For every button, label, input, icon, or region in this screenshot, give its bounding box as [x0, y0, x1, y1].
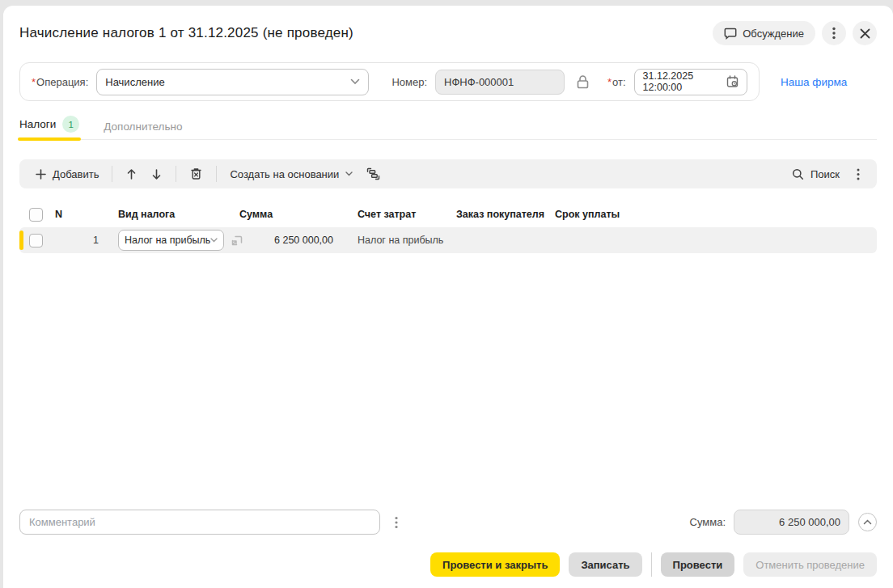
select-all-checkbox[interactable] — [29, 208, 43, 222]
chevron-up-icon — [863, 519, 872, 525]
chevron-down-icon — [210, 238, 218, 243]
tab-count-badge: 1 — [62, 116, 79, 133]
column-header-customer-order: Заказ покупателя — [451, 209, 550, 220]
discussion-button[interactable]: Обсуждение — [713, 21, 815, 45]
page-title: Начисление налогов 1 от 31.12.2025 (не п… — [19, 25, 353, 41]
number-label: Номер: — [391, 76, 427, 88]
kebab-icon — [857, 168, 860, 180]
operation-select[interactable]: Начисление — [96, 69, 369, 95]
more-menu-button[interactable] — [822, 21, 846, 45]
row-amount[interactable]: 6 250 000,00 — [239, 235, 353, 246]
comment-more-button[interactable] — [388, 513, 404, 532]
close-button[interactable] — [853, 21, 877, 45]
post-button[interactable]: Провести — [661, 552, 735, 577]
related-documents-button[interactable] — [359, 163, 387, 185]
header-fields-row: *Операция: Начисление Номер: *от: 31.12.… — [19, 62, 877, 101]
kebab-icon — [832, 27, 836, 40]
arrow-down-icon — [151, 168, 162, 180]
post-and-close-button[interactable]: Провести и закрыть — [430, 552, 560, 577]
toolbar-separator — [216, 166, 217, 182]
table-row[interactable]: 1 Налог на прибыль 6 250 000,00 Налог на… — [19, 227, 877, 253]
number-field[interactable] — [435, 70, 565, 95]
tab-bar: Налоги 1 Дополнительно — [19, 117, 877, 140]
search-icon — [792, 168, 804, 180]
plus-icon — [36, 169, 46, 180]
row-expense-account[interactable]: Налог на прибыль — [353, 235, 451, 246]
column-header-tax-type: Вид налога — [118, 209, 239, 220]
column-header-expense-account: Счет затрат — [353, 209, 451, 220]
table-header-row: N Вид налога Сумма Счет затрат Заказ пок… — [19, 201, 877, 227]
tab-additional[interactable]: Дополнительно — [104, 121, 182, 139]
column-header-due-date: Срок уплаты — [550, 209, 877, 220]
document-window: Начисление налогов 1 от 31.12.2025 (не п… — [3, 6, 893, 588]
toolbar-separator — [112, 166, 112, 182]
collapse-footer-button[interactable] — [858, 513, 877, 531]
kebab-icon — [395, 516, 398, 529]
arrow-up-icon — [126, 168, 137, 180]
row-number: 1 — [55, 235, 118, 246]
operation-label: *Операция: — [32, 76, 88, 88]
lock-icon[interactable] — [576, 74, 590, 90]
undo-post-button[interactable]: Отменить проведение — [743, 552, 877, 577]
chat-icon — [724, 27, 737, 40]
row-checkbox[interactable] — [29, 234, 43, 247]
column-header-amount: Сумма — [239, 209, 353, 220]
actions-separator — [651, 552, 652, 577]
discussion-label: Обсуждение — [743, 27, 804, 40]
title-bar: Начисление налогов 1 от 31.12.2025 (не п… — [19, 15, 877, 51]
delete-row-button[interactable] — [183, 163, 209, 185]
date-label: *от: — [607, 76, 626, 88]
add-row-button[interactable]: Добавить — [29, 163, 105, 185]
move-up-button[interactable] — [119, 163, 144, 185]
calendar-icon — [726, 75, 739, 88]
chevron-down-icon — [350, 78, 360, 85]
search-button[interactable]: Поиск — [785, 163, 846, 185]
current-row-marker — [19, 231, 23, 250]
date-field[interactable]: 31.12.2025 12:00:00 — [634, 69, 747, 95]
tab-taxes[interactable]: Налоги 1 — [19, 116, 79, 139]
save-button[interactable]: Записать — [569, 552, 641, 577]
toolbar-separator — [176, 166, 176, 182]
header-panel: *Операция: Начисление Номер: *от: 31.12.… — [19, 62, 760, 101]
trash-icon — [190, 167, 202, 180]
footer-row: Сумма: — [19, 510, 877, 535]
close-icon — [860, 28, 870, 39]
move-down-button[interactable] — [144, 163, 169, 185]
action-bar: Провести и закрыть Записать Провести Отм… — [19, 552, 877, 577]
table-toolbar: Добавить Создать на основании — [19, 159, 877, 188]
total-amount-field[interactable] — [734, 510, 849, 535]
create-based-on-button[interactable]: Создать на основании — [223, 163, 359, 185]
toolbar-more-button[interactable] — [849, 163, 867, 185]
chevron-down-icon — [345, 171, 353, 176]
related-documents-icon — [366, 167, 380, 180]
column-header-n: N — [55, 209, 118, 220]
comment-input[interactable] — [19, 510, 380, 535]
total-label: Сумма: — [690, 516, 726, 528]
tax-type-select[interactable]: Налог на прибыль — [118, 230, 224, 251]
organization-link[interactable]: Наша фирма — [781, 76, 847, 88]
